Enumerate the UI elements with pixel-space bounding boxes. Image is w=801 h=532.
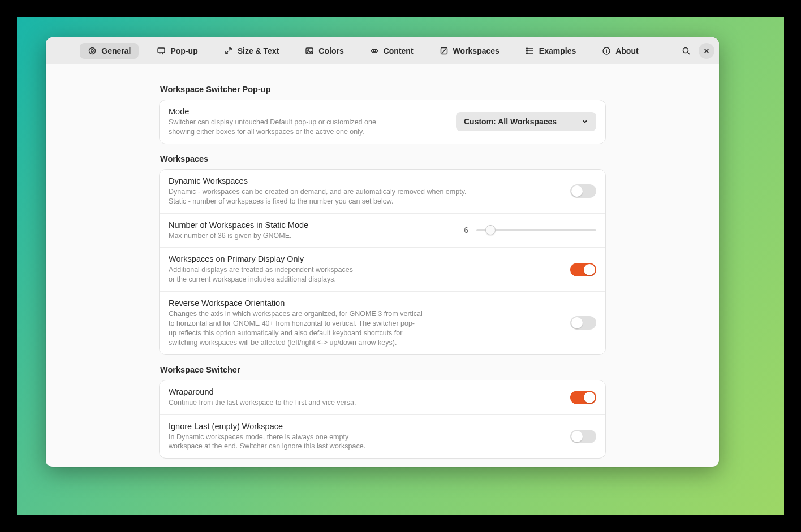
expand-icon: [224, 46, 233, 55]
tab-label: General: [101, 46, 131, 55]
row-mode: Mode Switcher can display untouched Defa…: [160, 100, 605, 144]
row-title: Number of Workspaces in Static Mode: [169, 220, 451, 230]
number-workspaces-slider[interactable]: [476, 223, 596, 237]
tab-label: Examples: [539, 46, 576, 55]
tab-workspaces[interactable]: Workspaces: [432, 43, 507, 59]
primary-display-toggle[interactable]: [570, 263, 596, 276]
desktop-background: General Pop-up Size & Text: [17, 17, 784, 515]
group-switcher: Wraparound Continue from the last worksp…: [159, 380, 606, 459]
row-desc: Changes the axis in which workspaces are…: [169, 309, 561, 348]
section-heading-switcher: Workspace Switcher: [160, 365, 606, 374]
tab-popup[interactable]: Pop-up: [149, 43, 205, 59]
row-desc: In Dynamic workspaces mode, there is alw…: [169, 432, 561, 452]
tab-label: Workspaces: [453, 46, 499, 55]
ignore-last-toggle[interactable]: [570, 430, 596, 443]
close-icon: [703, 47, 710, 55]
section-heading-popup: Workspace Switcher Pop-up: [160, 85, 606, 94]
number-workspaces-control: 6: [460, 223, 596, 237]
row-title: Dynamic Workspaces: [169, 176, 561, 185]
row-title: Ignore Last (empty) Workspace: [169, 422, 561, 431]
popup-icon: [157, 46, 166, 55]
settings-window: General Pop-up Size & Text: [46, 37, 719, 467]
row-title: Wraparound: [169, 387, 561, 396]
svg-point-0: [89, 47, 96, 54]
tab-size-text[interactable]: Size & Text: [216, 43, 287, 59]
eye-icon: [370, 46, 379, 55]
row-title: Workspaces on Primary Display Only: [169, 254, 561, 263]
gear-icon: [88, 46, 97, 55]
slider-value: 6: [460, 226, 468, 235]
group-popup: Mode Switcher can display untouched Defa…: [159, 100, 606, 144]
header-actions: [678, 43, 714, 59]
row-wraparound: Wraparound Continue from the last worksp…: [160, 380, 605, 415]
wraparound-toggle[interactable]: [570, 391, 596, 404]
reverse-orientation-toggle[interactable]: [570, 316, 596, 330]
row-desc: Continue from the last workspace to the …: [169, 398, 561, 408]
row-primary-display: Workspaces on Primary Display Only Addit…: [160, 248, 605, 292]
workspaces-icon: [440, 46, 449, 55]
chevron-down-icon: [582, 118, 588, 125]
slider-thumb[interactable]: [485, 225, 496, 235]
image-icon: [305, 46, 314, 55]
svg-point-11: [606, 48, 607, 49]
close-button[interactable]: [699, 43, 714, 59]
svg-rect-2: [158, 48, 165, 53]
svg-point-7: [526, 48, 527, 49]
headerbar: General Pop-up Size & Text: [46, 37, 719, 64]
svg-point-9: [526, 53, 527, 54]
tab-label: Colors: [318, 46, 343, 55]
tab-general[interactable]: General: [80, 43, 139, 59]
row-title: Mode: [169, 107, 447, 116]
row-desc: Dynamic - workspaces can be created on d…: [169, 187, 561, 206]
tab-label: Content: [384, 46, 414, 55]
row-desc: Max number of 36 is given by GNOME.: [169, 231, 451, 241]
section-heading-workspaces: Workspaces: [160, 154, 606, 163]
group-workspaces: Dynamic Workspaces Dynamic - workspaces …: [159, 169, 606, 355]
dynamic-workspaces-toggle[interactable]: [570, 184, 596, 198]
tab-label: Size & Text: [238, 46, 279, 55]
row-desc: Switcher can display untouched Default p…: [169, 118, 447, 137]
row-number-workspaces: Number of Workspaces in Static Mode Max …: [160, 214, 605, 248]
tab-colors[interactable]: Colors: [297, 43, 351, 59]
tab-about[interactable]: About: [594, 43, 646, 59]
tab-examples[interactable]: Examples: [518, 43, 584, 59]
info-icon: [602, 46, 611, 55]
tab-bar: General Pop-up Size & Text: [50, 43, 676, 59]
content-area: Workspace Switcher Pop-up Mode Switcher …: [46, 64, 719, 467]
row-dynamic-workspaces: Dynamic Workspaces Dynamic - workspaces …: [160, 170, 605, 214]
tab-label: About: [615, 46, 638, 55]
dropdown-value: Custom: All Workspaces: [464, 117, 557, 126]
list-icon: [526, 46, 535, 55]
svg-point-5: [373, 50, 376, 52]
row-reverse-orientation: Reverse Workspace Orientation Changes th…: [160, 292, 605, 354]
mode-dropdown[interactable]: Custom: All Workspaces: [456, 112, 596, 131]
search-icon: [682, 46, 691, 55]
row-ignore-last: Ignore Last (empty) Workspace In Dynamic…: [160, 415, 605, 459]
svg-point-12: [683, 47, 688, 53]
svg-point-1: [91, 49, 93, 51]
svg-point-8: [526, 50, 527, 51]
tab-content[interactable]: Content: [362, 43, 421, 59]
search-button[interactable]: [678, 43, 694, 59]
tab-label: Pop-up: [170, 46, 197, 55]
row-title: Reverse Workspace Orientation: [169, 299, 561, 308]
row-desc: Additional displays are treated as indep…: [169, 265, 561, 284]
